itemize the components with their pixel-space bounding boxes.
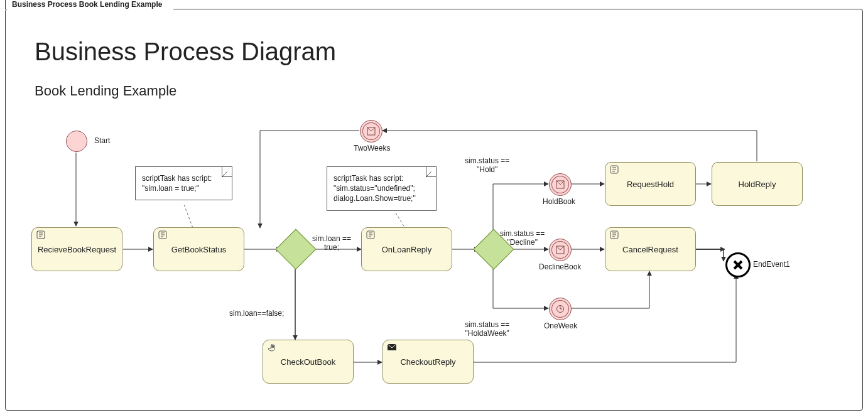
task-onloanreply: OnLoanReply: [361, 227, 452, 271]
task-label: CancelRequest: [622, 245, 678, 254]
end-event: [725, 252, 751, 278]
page-subtitle: Book Lending Example: [35, 83, 176, 99]
event-holdbook-label: HoldBook: [543, 197, 575, 206]
start-event: [66, 131, 87, 152]
script-icon: [36, 230, 46, 239]
edge-loan-true: sim.loan == true;: [312, 234, 351, 252]
edge-status-hold: sim.status == "Hold": [465, 156, 509, 174]
start-label: Start: [94, 136, 110, 145]
bpmn-diagram: Business Process Book Lending Example Bu…: [0, 0, 868, 415]
script-icon: [366, 230, 376, 239]
note-1: scriptTask has script: "sim.loan = true;…: [135, 166, 232, 200]
event-twoweeks: [360, 120, 382, 143]
task-label: CheckOutBook: [281, 357, 335, 367]
task-label: HoldReply: [739, 180, 776, 189]
hand-icon: [267, 343, 277, 352]
event-twoweeks-label: TwoWeeks: [354, 144, 390, 153]
task-label: RequestHold: [627, 180, 674, 189]
script-icon: [609, 230, 619, 239]
edge-status-decline: sim.status == "Decline": [500, 229, 545, 247]
task-label: CheckoutReply: [400, 357, 455, 367]
envelope-filled-icon: [387, 343, 397, 352]
task-label: OnLoanReply: [382, 245, 432, 254]
task-getbookstatus: GetBookStatus: [153, 227, 244, 271]
task-recievebookrequest: RecieveBookRequest: [31, 227, 122, 271]
task-holdreply: HoldReply: [712, 162, 803, 206]
task-label: GetBookStatus: [171, 245, 226, 254]
task-requesthold: RequestHold: [605, 162, 696, 206]
page-title: Business Process Diagram: [35, 38, 336, 66]
event-oneweek-label: OneWeek: [544, 321, 577, 330]
event-oneweek: [549, 298, 572, 320]
script-icon: [158, 230, 168, 239]
event-holdbook: [549, 173, 572, 196]
edge-loan-false: sim.loan==false;: [229, 309, 284, 318]
task-checkoutbook: CheckOutBook: [263, 340, 354, 384]
edge-status-holdaweek: sim.status == "HoldaWeek": [465, 320, 509, 338]
task-label: RecieveBookRequest: [38, 245, 116, 254]
script-icon: [609, 165, 619, 174]
event-declinebook-label: DeclineBook: [539, 262, 581, 271]
end-event-label: EndEvent1: [753, 260, 790, 269]
task-cancelrequest: CancelRequest: [605, 227, 696, 271]
frame-tab: Business Process Book Lending Example: [5, 0, 174, 9]
event-declinebook: [549, 239, 572, 261]
task-checkoutreply: CheckoutReply: [382, 340, 474, 384]
note-2: scriptTask has script: "sim.status="unde…: [327, 166, 437, 211]
